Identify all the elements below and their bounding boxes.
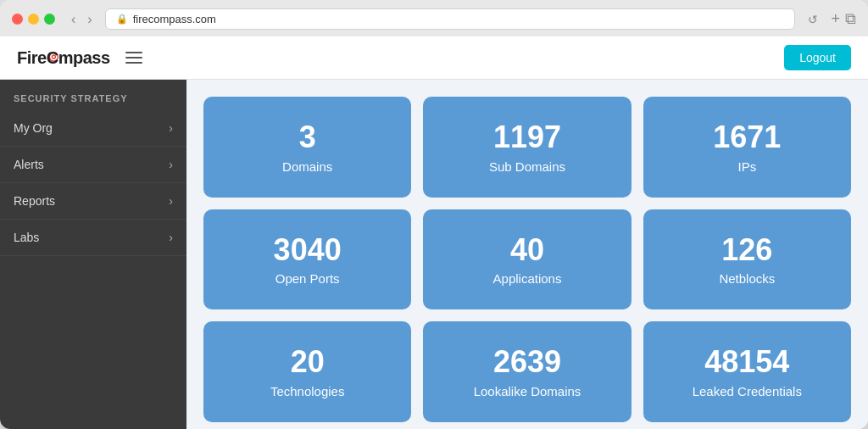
sidebar-item-my-org[interactable]: My Org › <box>0 110 186 147</box>
stat-number: 20 <box>291 345 325 379</box>
browser-actions: + ⧉ <box>831 10 856 28</box>
stat-card[interactable]: 20Technologies <box>203 321 411 422</box>
browser-chrome: ‹ › 🔒 firecompass.com ↺ + ⧉ <box>0 0 868 36</box>
stat-card[interactable]: 3Domains <box>203 97 411 198</box>
main-layout: SECURITY STRATEGY My Org › Alerts › Repo… <box>0 80 868 429</box>
sidebar-section-label: SECURITY STRATEGY <box>0 80 186 110</box>
stat-label: Technologies <box>270 384 345 398</box>
stat-card[interactable]: 40Applications <box>423 209 631 310</box>
stat-number: 40 <box>510 233 544 267</box>
sidebar-item-reports[interactable]: Reports › <box>0 183 186 220</box>
stat-card[interactable]: 48154Leaked Credentials <box>643 321 851 422</box>
stat-number: 2639 <box>493 345 561 379</box>
address-bar[interactable]: 🔒 firecompass.com <box>105 8 796 30</box>
hamburger-line <box>125 52 142 53</box>
stat-label: Sub Domains <box>489 159 565 174</box>
hamburger-line <box>125 57 142 58</box>
hamburger-line <box>125 62 142 64</box>
stats-grid: 3Domains1197Sub Domains1671IPs3040Open P… <box>203 97 851 422</box>
lock-icon: 🔒 <box>116 14 128 25</box>
stat-card[interactable]: 1671IPs <box>643 97 851 198</box>
nav-buttons: ‹ › <box>67 10 97 29</box>
reload-button[interactable]: ↺ <box>804 11 822 28</box>
url-text: firecompass.com <box>133 13 216 25</box>
stat-label: Lookalike Domains <box>474 384 581 398</box>
forward-button[interactable]: › <box>83 10 96 29</box>
sidebar: SECURITY STRATEGY My Org › Alerts › Repo… <box>0 80 186 429</box>
stat-number: 126 <box>721 233 772 267</box>
app-header: Fire C ◎ mpass Logout <box>0 36 868 80</box>
new-tab-button[interactable]: + <box>831 10 840 28</box>
stat-card[interactable]: 3040Open Ports <box>203 209 411 310</box>
sidebar-item-label: My Org <box>14 121 53 135</box>
stat-number: 3 <box>299 120 316 154</box>
stat-number: 3040 <box>274 233 342 267</box>
sidebar-item-labs[interactable]: Labs › <box>0 220 186 256</box>
stat-label: Applications <box>493 271 562 286</box>
stat-number: 48154 <box>704 345 789 379</box>
sidebar-item-alerts[interactable]: Alerts › <box>0 147 186 183</box>
stat-label: Domains <box>282 159 332 174</box>
stat-card[interactable]: 1197Sub Domains <box>423 97 631 198</box>
stat-label: Netblocks <box>719 271 775 286</box>
sidebar-item-label: Alerts <box>14 158 44 171</box>
chevron-right-icon: › <box>169 158 173 171</box>
stat-label: IPs <box>737 159 756 174</box>
logo-area: Fire C ◎ mpass <box>17 48 146 68</box>
sidebar-item-label: Labs <box>14 231 39 244</box>
minimize-button[interactable] <box>28 14 39 25</box>
stat-card[interactable]: 2639Lookalike Domains <box>423 321 631 422</box>
tab-overview-button[interactable]: ⧉ <box>845 10 856 28</box>
stat-label: Leaked Credentials <box>693 384 802 398</box>
stat-label: Open Ports <box>275 271 340 286</box>
chevron-right-icon: › <box>169 231 173 244</box>
close-button[interactable] <box>12 14 23 25</box>
dashboard-content: 3Domains1197Sub Domains1671IPs3040Open P… <box>186 80 868 429</box>
stat-number: 1671 <box>713 120 781 154</box>
sidebar-item-label: Reports <box>14 194 55 208</box>
stat-card[interactable]: 126Netblocks <box>643 209 851 310</box>
app-logo: Fire C ◎ mpass <box>17 48 110 68</box>
stat-number: 1197 <box>493 120 561 154</box>
browser-window: ‹ › 🔒 firecompass.com ↺ + ⧉ Fire C ◎ mpa… <box>0 0 868 429</box>
logout-button[interactable]: Logout <box>784 45 851 70</box>
chevron-right-icon: › <box>169 121 173 135</box>
back-button[interactable]: ‹ <box>67 10 80 29</box>
maximize-button[interactable] <box>44 14 55 25</box>
chevron-right-icon: › <box>169 194 173 208</box>
traffic-lights <box>12 14 55 25</box>
hamburger-menu-button[interactable] <box>122 48 146 67</box>
app-container: Fire C ◎ mpass Logout SECURITY STRATEGY <box>0 36 868 429</box>
